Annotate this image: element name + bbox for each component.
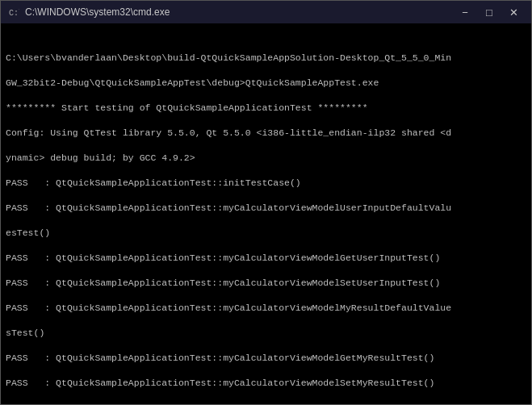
- console-line: Config: Using QtTest library 5.5.0, Qt 5…: [6, 127, 526, 140]
- console-line: PASS : QtQuickSampleApplicationTest::myC…: [6, 202, 526, 215]
- console-line: PASS : QtQuickSampleApplicationTest::myC…: [6, 352, 526, 365]
- window-title: C:\WINDOWS\system32\cmd.exe: [25, 6, 454, 18]
- console-line: PASS : QtQuickSampleApplicationTest::myC…: [6, 302, 526, 315]
- console-line: esTest(): [6, 227, 526, 240]
- console-line: GW_32bit2-Debug\QtQuickSampleAppTest\deb…: [6, 77, 526, 90]
- minimize-button[interactable]: −: [454, 4, 476, 20]
- svg-text:C:\: C:\: [9, 9, 19, 18]
- console-line: ynamic> debug build; by GCC 4.9.2>: [6, 152, 526, 165]
- title-bar: C:\ C:\WINDOWS\system32\cmd.exe − □ ✕: [1, 1, 531, 23]
- cmd-window: C:\ C:\WINDOWS\system32\cmd.exe − □ ✕ C:…: [0, 0, 532, 405]
- console-output: C:\Users\bvanderlaan\Desktop\build-QtQui…: [1, 23, 531, 404]
- cmd-icon: C:\: [7, 6, 20, 19]
- window-controls: − □ ✕: [454, 4, 525, 20]
- close-button[interactable]: ✕: [502, 4, 525, 20]
- console-line: PASS : QtQuickSampleApplicationTest::myC…: [6, 277, 526, 290]
- console-line: PASS : QtQuickSampleApplicationTest::myC…: [6, 252, 526, 265]
- console-line: PASS : QtQuickSampleApplicationTest::ini…: [6, 177, 526, 190]
- console-line: PASS : QtQuickSampleApplicationTest::myC…: [6, 377, 526, 390]
- console-line: C:\Users\bvanderlaan\Desktop\build-QtQui…: [6, 52, 526, 65]
- console-line: ********* Start testing of QtQuickSample…: [6, 102, 526, 115]
- maximize-button[interactable]: □: [478, 4, 501, 20]
- console-line: sTest(): [6, 327, 526, 340]
- console-line: PASS : QtQuickSampleApplicationTest::myC…: [6, 402, 526, 404]
